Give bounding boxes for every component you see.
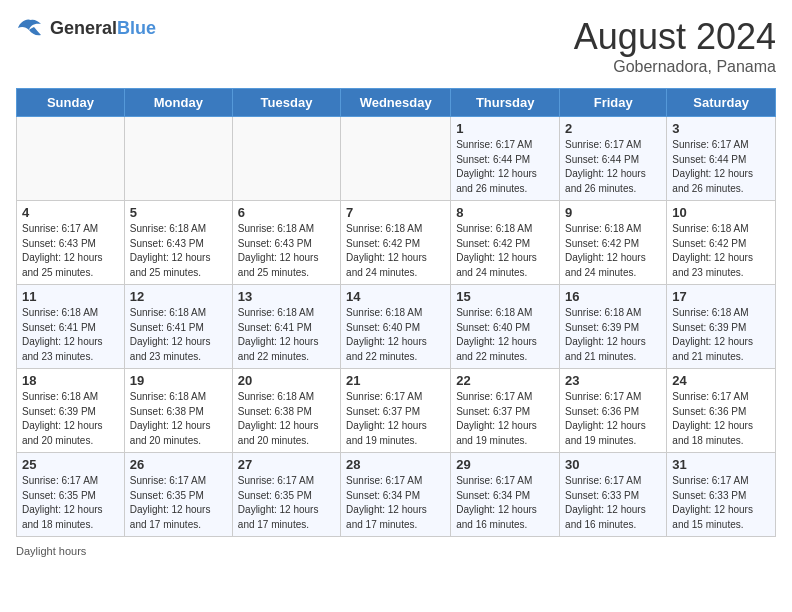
day-info: Sunrise: 6:17 AM Sunset: 6:37 PM Dayligh…: [346, 390, 445, 448]
day-number: 31: [672, 457, 770, 472]
month-year-title: August 2024: [574, 16, 776, 58]
day-info: Sunrise: 6:17 AM Sunset: 6:34 PM Dayligh…: [456, 474, 554, 532]
calendar-day-cell: 18Sunrise: 6:18 AM Sunset: 6:39 PM Dayli…: [17, 369, 125, 453]
calendar-day-cell: 28Sunrise: 6:17 AM Sunset: 6:34 PM Dayli…: [341, 453, 451, 537]
day-info: Sunrise: 6:17 AM Sunset: 6:35 PM Dayligh…: [130, 474, 227, 532]
day-info: Sunrise: 6:17 AM Sunset: 6:33 PM Dayligh…: [672, 474, 770, 532]
day-info: Sunrise: 6:18 AM Sunset: 6:42 PM Dayligh…: [565, 222, 661, 280]
day-number: 8: [456, 205, 554, 220]
calendar-day-cell: 22Sunrise: 6:17 AM Sunset: 6:37 PM Dayli…: [451, 369, 560, 453]
day-number: 17: [672, 289, 770, 304]
day-number: 12: [130, 289, 227, 304]
calendar-day-cell: 16Sunrise: 6:18 AM Sunset: 6:39 PM Dayli…: [560, 285, 667, 369]
calendar-day-cell: 19Sunrise: 6:18 AM Sunset: 6:38 PM Dayli…: [124, 369, 232, 453]
calendar-week-row: 25Sunrise: 6:17 AM Sunset: 6:35 PM Dayli…: [17, 453, 776, 537]
day-info: Sunrise: 6:18 AM Sunset: 6:43 PM Dayligh…: [130, 222, 227, 280]
day-info: Sunrise: 6:18 AM Sunset: 6:38 PM Dayligh…: [130, 390, 227, 448]
calendar-day-header: Saturday: [667, 89, 776, 117]
day-number: 4: [22, 205, 119, 220]
calendar-day-cell: 23Sunrise: 6:17 AM Sunset: 6:36 PM Dayli…: [560, 369, 667, 453]
day-info: Sunrise: 6:18 AM Sunset: 6:42 PM Dayligh…: [672, 222, 770, 280]
calendar-header-row: SundayMondayTuesdayWednesdayThursdayFrid…: [17, 89, 776, 117]
day-info: Sunrise: 6:17 AM Sunset: 6:36 PM Dayligh…: [672, 390, 770, 448]
day-info: Sunrise: 6:17 AM Sunset: 6:35 PM Dayligh…: [238, 474, 335, 532]
calendar-week-row: 11Sunrise: 6:18 AM Sunset: 6:41 PM Dayli…: [17, 285, 776, 369]
calendar-week-row: 1Sunrise: 6:17 AM Sunset: 6:44 PM Daylig…: [17, 117, 776, 201]
calendar-day-cell: [341, 117, 451, 201]
calendar-day-header: Sunday: [17, 89, 125, 117]
day-info: Sunrise: 6:18 AM Sunset: 6:41 PM Dayligh…: [22, 306, 119, 364]
calendar-week-row: 18Sunrise: 6:18 AM Sunset: 6:39 PM Dayli…: [17, 369, 776, 453]
day-number: 24: [672, 373, 770, 388]
calendar-day-cell: [232, 117, 340, 201]
day-info: Sunrise: 6:18 AM Sunset: 6:43 PM Dayligh…: [238, 222, 335, 280]
day-info: Sunrise: 6:18 AM Sunset: 6:41 PM Dayligh…: [238, 306, 335, 364]
daylight-hours-label: Daylight hours: [16, 545, 86, 557]
calendar-day-header: Wednesday: [341, 89, 451, 117]
day-info: Sunrise: 6:17 AM Sunset: 6:44 PM Dayligh…: [565, 138, 661, 196]
calendar-day-cell: 14Sunrise: 6:18 AM Sunset: 6:40 PM Dayli…: [341, 285, 451, 369]
day-number: 16: [565, 289, 661, 304]
day-number: 11: [22, 289, 119, 304]
day-info: Sunrise: 6:18 AM Sunset: 6:40 PM Dayligh…: [456, 306, 554, 364]
calendar-day-cell: [17, 117, 125, 201]
day-info: Sunrise: 6:17 AM Sunset: 6:37 PM Dayligh…: [456, 390, 554, 448]
calendar-day-cell: 8Sunrise: 6:18 AM Sunset: 6:42 PM Daylig…: [451, 201, 560, 285]
calendar-day-header: Monday: [124, 89, 232, 117]
day-number: 6: [238, 205, 335, 220]
day-number: 7: [346, 205, 445, 220]
day-info: Sunrise: 6:18 AM Sunset: 6:42 PM Dayligh…: [346, 222, 445, 280]
day-number: 10: [672, 205, 770, 220]
day-number: 22: [456, 373, 554, 388]
day-number: 20: [238, 373, 335, 388]
day-number: 26: [130, 457, 227, 472]
calendar-table: SundayMondayTuesdayWednesdayThursdayFrid…: [16, 88, 776, 537]
day-info: Sunrise: 6:17 AM Sunset: 6:44 PM Dayligh…: [456, 138, 554, 196]
day-number: 25: [22, 457, 119, 472]
calendar-day-cell: 30Sunrise: 6:17 AM Sunset: 6:33 PM Dayli…: [560, 453, 667, 537]
day-number: 14: [346, 289, 445, 304]
day-info: Sunrise: 6:18 AM Sunset: 6:42 PM Dayligh…: [456, 222, 554, 280]
day-number: 29: [456, 457, 554, 472]
title-block: August 2024 Gobernadora, Panama: [574, 16, 776, 76]
day-number: 13: [238, 289, 335, 304]
calendar-day-cell: 27Sunrise: 6:17 AM Sunset: 6:35 PM Dayli…: [232, 453, 340, 537]
day-info: Sunrise: 6:18 AM Sunset: 6:39 PM Dayligh…: [22, 390, 119, 448]
calendar-day-cell: 7Sunrise: 6:18 AM Sunset: 6:42 PM Daylig…: [341, 201, 451, 285]
day-info: Sunrise: 6:18 AM Sunset: 6:39 PM Dayligh…: [672, 306, 770, 364]
calendar-day-header: Tuesday: [232, 89, 340, 117]
day-info: Sunrise: 6:17 AM Sunset: 6:36 PM Dayligh…: [565, 390, 661, 448]
day-number: 5: [130, 205, 227, 220]
day-info: Sunrise: 6:18 AM Sunset: 6:40 PM Dayligh…: [346, 306, 445, 364]
day-number: 23: [565, 373, 661, 388]
logo-text: GeneralBlue: [50, 18, 156, 39]
day-info: Sunrise: 6:17 AM Sunset: 6:33 PM Dayligh…: [565, 474, 661, 532]
logo: GeneralBlue: [16, 16, 156, 40]
calendar-day-cell: 20Sunrise: 6:18 AM Sunset: 6:38 PM Dayli…: [232, 369, 340, 453]
day-info: Sunrise: 6:17 AM Sunset: 6:44 PM Dayligh…: [672, 138, 770, 196]
day-info: Sunrise: 6:17 AM Sunset: 6:34 PM Dayligh…: [346, 474, 445, 532]
day-number: 9: [565, 205, 661, 220]
day-number: 19: [130, 373, 227, 388]
day-info: Sunrise: 6:17 AM Sunset: 6:43 PM Dayligh…: [22, 222, 119, 280]
calendar-day-header: Friday: [560, 89, 667, 117]
calendar-day-cell: 29Sunrise: 6:17 AM Sunset: 6:34 PM Dayli…: [451, 453, 560, 537]
day-number: 21: [346, 373, 445, 388]
calendar-day-cell: 12Sunrise: 6:18 AM Sunset: 6:41 PM Dayli…: [124, 285, 232, 369]
calendar-day-cell: 9Sunrise: 6:18 AM Sunset: 6:42 PM Daylig…: [560, 201, 667, 285]
logo-blue: Blue: [117, 18, 156, 38]
calendar-day-cell: 13Sunrise: 6:18 AM Sunset: 6:41 PM Dayli…: [232, 285, 340, 369]
day-info: Sunrise: 6:18 AM Sunset: 6:38 PM Dayligh…: [238, 390, 335, 448]
day-info: Sunrise: 6:18 AM Sunset: 6:39 PM Dayligh…: [565, 306, 661, 364]
day-number: 1: [456, 121, 554, 136]
calendar-day-cell: 6Sunrise: 6:18 AM Sunset: 6:43 PM Daylig…: [232, 201, 340, 285]
day-number: 2: [565, 121, 661, 136]
day-number: 15: [456, 289, 554, 304]
logo-icon: [16, 16, 46, 40]
day-number: 30: [565, 457, 661, 472]
day-number: 18: [22, 373, 119, 388]
page-header: GeneralBlue August 2024 Gobernadora, Pan…: [16, 16, 776, 76]
calendar-week-row: 4Sunrise: 6:17 AM Sunset: 6:43 PM Daylig…: [17, 201, 776, 285]
calendar-day-cell: 31Sunrise: 6:17 AM Sunset: 6:33 PM Dayli…: [667, 453, 776, 537]
calendar-day-cell: 4Sunrise: 6:17 AM Sunset: 6:43 PM Daylig…: [17, 201, 125, 285]
